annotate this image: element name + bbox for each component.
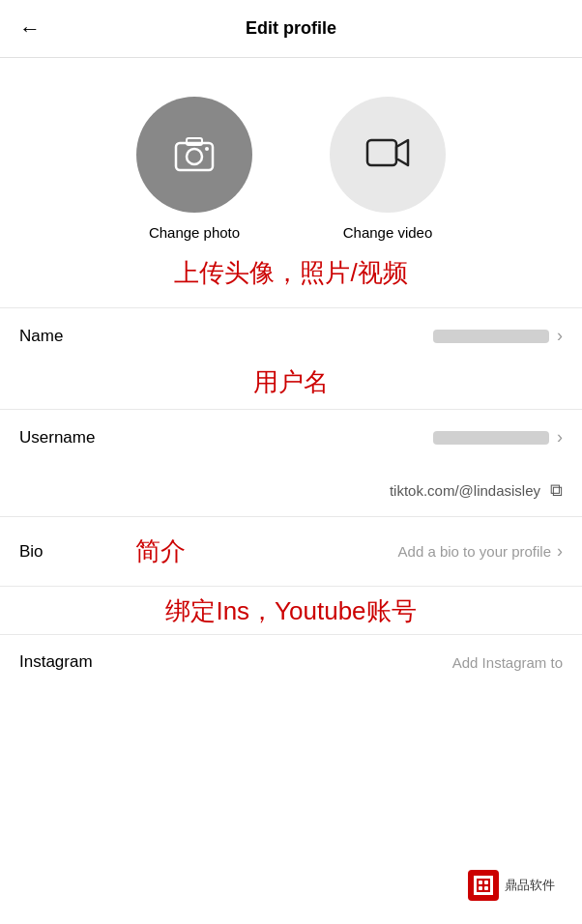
bio-left: Bio 简介 [19,534,186,568]
annotation-upload: 上传头像，照片/视频 [0,250,582,307]
watermark: 鼎品软件 [460,866,563,905]
name-label: Name [19,327,106,346]
camera-icon [170,129,218,181]
svg-rect-4 [367,140,396,165]
copy-icon[interactable]: ⧉ [550,480,563,501]
watermark-dot-2 [484,881,488,884]
annotation-username: 用户名 [0,363,582,409]
watermark-dot-1 [479,881,482,884]
change-video-label: Change video [343,224,433,241]
username-value-area: › [433,427,563,448]
video-icon [364,129,412,181]
instagram-row[interactable]: Instagram Add Instagram to [0,634,582,689]
svg-point-3 [205,147,209,151]
instagram-label: Instagram [19,652,106,672]
bio-right: Add a bio to your profile › [398,541,563,562]
instagram-right: Add Instagram to [452,654,563,671]
change-video-button[interactable]: Change video [330,97,446,241]
instagram-placeholder: Add Instagram to [452,654,563,671]
media-section: Change photo Change video [0,58,582,250]
name-placeholder [433,330,549,343]
tiktok-url: tiktok.com/@lindasisley [390,482,540,499]
bio-label: Bio [19,542,106,562]
page-title: Edit profile [246,18,336,39]
bio-row[interactable]: Bio 简介 Add a bio to your profile › [0,516,582,587]
username-chevron-icon: › [557,427,563,448]
watermark-logo-grid [474,876,493,895]
change-photo-label: Change photo [149,224,240,241]
watermark-dot-3 [479,886,482,890]
name-chevron-icon: › [557,326,563,346]
change-photo-button[interactable]: Change photo [136,97,252,241]
name-value-area: › [433,326,563,346]
bio-placeholder: Add a bio to your profile [398,543,551,560]
watermark-logo [468,870,499,901]
username-row[interactable]: Username › [0,409,582,465]
username-placeholder [433,431,549,445]
back-button[interactable]: ← [19,16,41,42]
username-label: Username [19,428,106,448]
watermark-company-name: 鼎品软件 [505,877,555,894]
annotation-social: 绑定Ins，Youtube账号 [0,587,582,634]
bio-chevron-icon: › [557,541,563,562]
url-row: tiktok.com/@lindasisley ⧉ [0,465,582,516]
header: ← Edit profile [0,0,582,58]
photo-avatar [136,97,252,213]
video-avatar [330,97,446,213]
svg-point-1 [187,149,202,164]
bio-annotation: 简介 [135,534,186,568]
watermark-dot-4 [484,886,488,890]
name-row[interactable]: Name › [0,307,582,363]
